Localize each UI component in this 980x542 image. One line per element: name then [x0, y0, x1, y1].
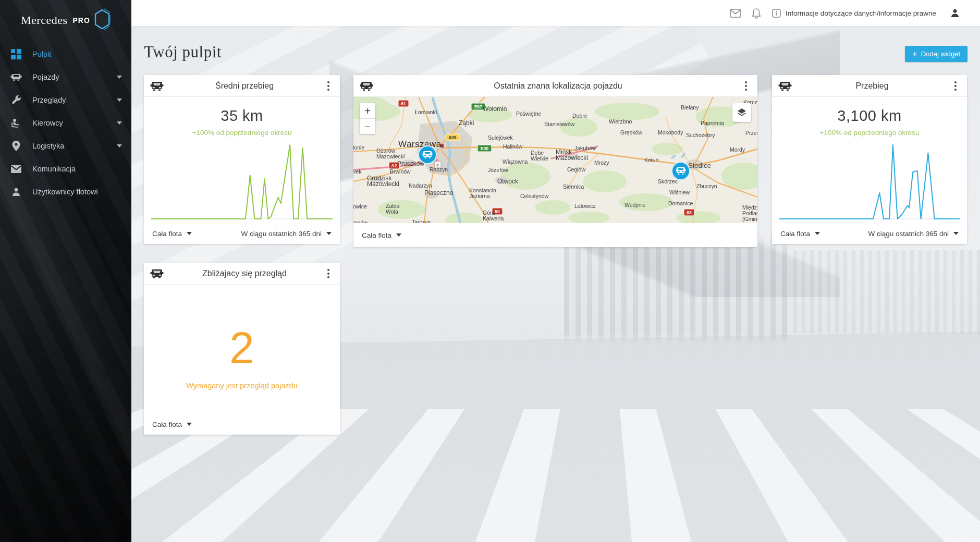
info-icon	[772, 9, 781, 18]
kpi-delta: +100% od poprzedniego okresu	[772, 129, 967, 137]
map-city-label: Wodynie	[624, 202, 646, 208]
map-city-label: Mszczonów	[353, 219, 368, 223]
map-city-label: Radziejowice	[353, 203, 367, 210]
road-badge: E30	[477, 145, 492, 152]
map-city-label: Mordy	[730, 146, 745, 153]
widget-title: Zbliżajacy się przegląd	[166, 269, 323, 278]
sidebar-item-logistyka[interactable]: Logistyka	[0, 134, 131, 157]
driver-icon	[10, 117, 22, 129]
map-city-label: Zbuczyn	[696, 183, 717, 189]
mercedes-pro-logo[interactable]: Mercedes PRO	[0, 0, 131, 32]
svg-text:63: 63	[687, 210, 692, 215]
mileage-sparkline-chart	[144, 140, 340, 223]
vehicle-marker[interactable]	[419, 146, 436, 164]
widget-title: Ostatnia znana lokalizacja pojazdu	[375, 81, 741, 91]
sidebar-item-pojazdy[interactable]: Pojazdy	[0, 66, 131, 89]
sidebar-item-przegl-dy[interactable]: Przeglądy	[0, 89, 131, 112]
kpi-delta: +100% od poprzedniego okresu	[144, 129, 340, 137]
logo-text: Mercedes	[21, 14, 68, 27]
map-city-label: Halinów	[503, 143, 523, 150]
sidebar-item-kierowcy[interactable]: Kierowcy	[0, 112, 131, 134]
add-widget-button[interactable]: + Dodaj widget	[905, 46, 967, 62]
svg-text:A2: A2	[391, 163, 397, 168]
zoom-out-button[interactable]: −	[360, 119, 375, 134]
page-title: Twój pulpit	[144, 43, 222, 61]
map-city-label: Celestynów	[520, 193, 549, 199]
map-city-label: Wiązowna	[503, 158, 528, 165]
sidebar-item-pulpit[interactable]: Pulpit	[0, 43, 131, 66]
map-city-label: Błonie	[353, 144, 364, 151]
map-city-label: Skórzec	[658, 178, 678, 184]
map-city-label: Domanice	[668, 200, 693, 206]
road-badge: 63	[684, 209, 694, 216]
kpi-value: 35 km	[144, 107, 340, 125]
main-content: Twój pulpit + Dodaj widget Średni przebi…	[131, 26, 980, 542]
map-city-label: Ząbki	[459, 119, 474, 127]
inspection-caption: Wymagany jest przegląd pojazdu	[144, 381, 340, 390]
vehicle-marker[interactable]	[672, 162, 690, 180]
user-icon[interactable]	[945, 3, 965, 23]
svg-text:629: 629	[449, 135, 456, 140]
sidebar-item-label: Komunikacja	[32, 165, 122, 173]
chevron-down-icon	[117, 144, 122, 147]
van-icon	[360, 81, 375, 91]
widget-average-mileage: Średni przebieg 35 km +100% od poprzedni…	[144, 75, 340, 244]
chevron-down-icon	[187, 423, 192, 426]
svg-text:50: 50	[495, 209, 500, 214]
map-city-label: Poświętne	[516, 110, 542, 117]
widget-mileage: Przebieg 3,100 km +100% od poprzedniego …	[772, 75, 967, 244]
map-city-label: Wierzbno	[609, 118, 632, 125]
kebab-menu-icon[interactable]	[950, 79, 961, 93]
kpi-value: 3,100 km	[772, 107, 967, 125]
logo-badge: PRO	[73, 16, 90, 24]
bell-icon[interactable]	[746, 3, 767, 23]
dashboard-icon	[10, 48, 22, 60]
wrench-icon	[10, 94, 22, 106]
widget-title: Przebieg	[794, 81, 950, 91]
range-filter-dropdown[interactable]: W ciągu ostatnich 365 dni	[868, 230, 959, 238]
map-layers-button[interactable]	[732, 103, 751, 122]
map-city-label: Kotuń	[644, 157, 659, 163]
map-city-label: Łomianki	[415, 109, 437, 115]
kebab-menu-icon[interactable]	[323, 79, 334, 93]
sidebar-item-label: Pojazdy	[32, 73, 117, 81]
van-icon	[778, 81, 794, 91]
map-zoom-control: + −	[360, 103, 375, 134]
map-city-label: Bielany	[681, 104, 699, 110]
map-city-label: Jakubów	[574, 145, 596, 151]
chevron-down-icon	[187, 232, 192, 235]
map-city-label: MiędzyrzecPodlaski(Gmina)	[742, 204, 757, 222]
fleet-filter-dropdown[interactable]: Cała flota	[780, 230, 820, 238]
kebab-menu-icon[interactable]	[323, 267, 334, 280]
map-city-label: Przesmyki	[745, 130, 757, 136]
sidebar-item-u-ytkownicy-flotowi[interactable]: Użytkownicy flotowi	[0, 180, 131, 203]
map[interactable]: ✈ E67E3062961A25063 BłonieMilanówekRadzi…	[353, 97, 757, 223]
map-city-label: Wiśniew	[669, 189, 690, 195]
sidebar-item-komunikacja[interactable]: Komunikacja	[0, 157, 131, 180]
map-city-label: Dobre	[572, 113, 587, 119]
fleet-filter-dropdown[interactable]: Cała flota	[362, 231, 401, 239]
fleet-filter-dropdown[interactable]: Cała flota	[152, 230, 192, 238]
legal-info-label: Informacje dotyczące danych/informacje p…	[786, 9, 936, 17]
sidebar-item-label: Pulpit	[32, 50, 122, 58]
chevron-down-icon	[326, 232, 332, 235]
zoom-in-button[interactable]: +	[360, 103, 375, 118]
van-icon	[150, 81, 166, 91]
sidebar-item-label: Logistyka	[32, 142, 117, 150]
map-city-label: Paprotnia	[701, 120, 724, 126]
map-city-label: Sulejówek	[488, 134, 513, 141]
range-filter-dropdown[interactable]: W ciągu ostatnich 365 dni	[241, 230, 332, 238]
kebab-menu-icon[interactable]	[741, 79, 751, 93]
mail-icon[interactable]	[725, 3, 746, 23]
chevron-down-icon	[117, 98, 122, 102]
chevron-down-icon	[953, 232, 959, 235]
person-icon	[10, 186, 22, 198]
map-city-label: Stanisławów	[544, 121, 575, 127]
road-badge: 629	[446, 134, 460, 141]
fleet-filter-dropdown[interactable]: Cała flota	[152, 421, 192, 428]
sidebar: Mercedes PRO PulpitPojazdyPrzeglądyKiero…	[0, 0, 131, 542]
legal-info-link[interactable]: Informacje dotyczące danych/informacje p…	[772, 9, 936, 18]
topbar: Informacje dotyczące danych/informacje p…	[131, 0, 980, 26]
map-city-label: Latowicz	[574, 203, 596, 209]
chevron-down-icon	[117, 76, 122, 79]
